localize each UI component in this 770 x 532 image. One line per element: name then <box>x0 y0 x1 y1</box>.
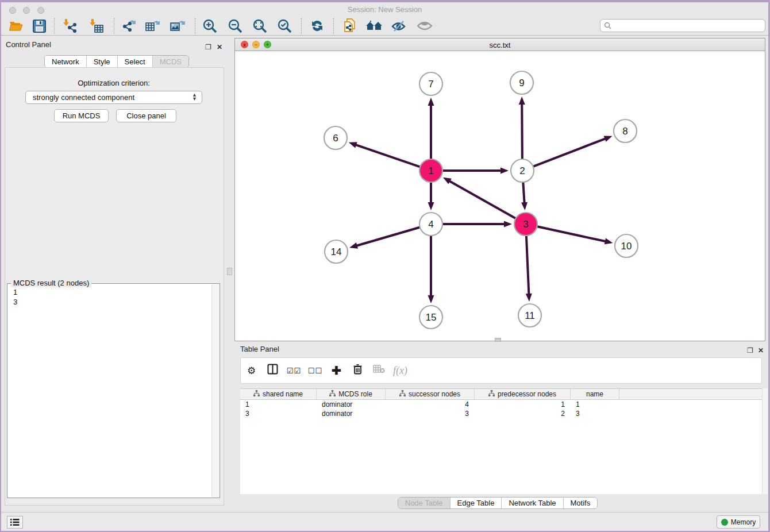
tab-select[interactable]: Select <box>118 56 153 67</box>
export-network-button[interactable] <box>118 17 139 34</box>
graph-node-label-4: 4 <box>428 219 433 230</box>
table-cell[interactable]: 3 <box>240 409 317 418</box>
import-network-button[interactable] <box>60 17 80 34</box>
table-panel-float-button[interactable]: ❐ <box>747 345 753 355</box>
table-panel-close-button[interactable]: ✕ <box>758 345 764 355</box>
gear-icon: ⚙ <box>247 365 256 376</box>
table-cell[interactable]: 2 <box>475 409 571 418</box>
delete-column-button[interactable] <box>347 364 368 377</box>
window-title: Session: New Session <box>1 5 768 14</box>
save-icon <box>32 19 47 33</box>
table-cell[interactable]: 4 <box>386 400 475 409</box>
checked-boxes-icon: ☑☑ <box>287 367 301 375</box>
control-panel-float-button[interactable]: ❐ <box>205 41 211 52</box>
graph-edge-4-14[interactable] <box>356 227 421 246</box>
table-scrollbar[interactable] <box>762 388 768 494</box>
search-input[interactable] <box>614 21 765 31</box>
column-header-shared-name[interactable]: shared name <box>240 389 317 399</box>
import-network-icon <box>63 18 78 34</box>
zoom-selected-icon <box>277 18 292 34</box>
graph-edge-3-11[interactable] <box>526 234 529 295</box>
column-header-successor-nodes[interactable]: successor nodes <box>386 389 475 399</box>
graph-edge-2-9[interactable] <box>522 103 522 160</box>
tab-mcds[interactable]: MCDS <box>153 56 188 67</box>
zoom-fit-button[interactable] <box>249 17 270 34</box>
search-field[interactable] <box>600 19 765 32</box>
mcds-result-title: MCDS result (2 nodes) <box>11 279 91 287</box>
show-columns-button[interactable] <box>262 364 283 377</box>
table-cell[interactable]: 1 <box>240 400 317 409</box>
table-cell[interactable]: dominator <box>317 409 386 418</box>
graph-arrowhead-3-10 <box>605 238 613 245</box>
tab-node-table[interactable]: Node Table <box>398 498 451 508</box>
add-column-button[interactable]: ✚ <box>326 364 347 377</box>
control-panel-close-button[interactable]: ✕ <box>217 41 222 52</box>
result-scrollbar[interactable] <box>211 284 219 497</box>
column-header-MCDS-role[interactable]: MCDS role <box>317 389 386 399</box>
zoom-selected-button[interactable] <box>274 17 295 34</box>
network-graph[interactable]: 7968124314101511 <box>235 51 765 341</box>
criterion-dropdown[interactable]: strongly connected component ▲▼ <box>25 91 202 104</box>
graph-node-label-8: 8 <box>622 126 627 137</box>
table-cell[interactable]: 1 <box>475 400 571 409</box>
select-all-button[interactable]: ☑☑ <box>283 367 305 375</box>
network-canvas[interactable]: 7968124314101511 <box>235 51 765 341</box>
column-header-predecessor-nodes[interactable]: predecessor nodes <box>475 389 571 399</box>
mcds-result-box: MCDS result (2 nodes) 13 <box>7 283 220 498</box>
function-builder-button[interactable]: f(x) <box>390 365 411 377</box>
mcds-result-item[interactable]: 3 <box>7 297 220 307</box>
panel-splitter-handle[interactable] <box>227 268 232 275</box>
graph-edge-3-1[interactable] <box>448 180 517 219</box>
zoom-out-button[interactable] <box>225 17 245 34</box>
graph-edge-1-6[interactable] <box>355 144 421 167</box>
graph-arrowhead-3-11 <box>526 294 532 302</box>
tab-network-table[interactable]: Network Table <box>502 498 563 508</box>
tab-style[interactable]: Style <box>87 56 118 67</box>
table-settings-button[interactable]: ⚙ <box>241 365 262 377</box>
table-cell[interactable]: 1 <box>571 400 619 409</box>
toolbar-separator <box>54 18 55 34</box>
tab-edge-table[interactable]: Edge Table <box>451 498 502 508</box>
table-row[interactable]: 1dominator411 <box>240 400 762 409</box>
toolbar-separator <box>114 18 114 34</box>
run-mcds-button[interactable]: Run MCDS <box>54 109 109 122</box>
open-folder-button[interactable] <box>6 17 26 34</box>
column-header-name[interactable]: name <box>571 389 619 399</box>
delete-table-button[interactable] <box>368 365 390 376</box>
memory-label: Memory <box>731 518 756 526</box>
graph-edge-3-10[interactable] <box>536 226 607 242</box>
unchecked-boxes-icon: ☐☐ <box>308 367 322 375</box>
zoom-in-button[interactable] <box>199 17 220 34</box>
deselect-all-button[interactable]: ☐☐ <box>305 367 326 375</box>
close-panel-button[interactable]: Close panel <box>116 109 176 122</box>
tab-network[interactable]: Network <box>45 56 87 67</box>
table-row[interactable]: 3dominator323 <box>240 409 762 418</box>
tab-motifs[interactable]: Motifs <box>564 498 598 508</box>
graph-edge-2-8[interactable] <box>532 138 607 167</box>
import-table-button[interactable] <box>86 17 107 34</box>
refresh-view-button[interactable] <box>307 17 328 34</box>
save-session-button[interactable] <box>29 17 49 34</box>
table-cell[interactable]: dominator <box>317 400 386 409</box>
show-all-button[interactable] <box>414 17 435 34</box>
duplicate-network-button[interactable] <box>339 17 360 34</box>
first-neighbors-button[interactable] <box>364 17 384 34</box>
first-neighbors-icon <box>365 18 383 33</box>
table-cell[interactable]: 3 <box>386 409 475 418</box>
task-history-button[interactable] <box>7 516 23 529</box>
hide-selected-button[interactable] <box>388 17 409 34</box>
graph-node-label-2: 2 <box>519 165 525 176</box>
float-icon: ❐ <box>747 346 753 354</box>
graph-edge-2-3[interactable] <box>523 181 525 204</box>
canvas-resize-handle[interactable] <box>495 338 501 342</box>
network-window-titlebar[interactable]: x − + scc.txt <box>235 38 765 51</box>
column-type-icon <box>253 390 260 398</box>
table-cell[interactable]: 3 <box>571 409 619 418</box>
export-table-button[interactable] <box>143 17 163 34</box>
graph-node-label-9: 9 <box>519 78 524 88</box>
duplicate-network-icon <box>342 18 357 34</box>
main-toolbar <box>1 16 768 36</box>
memory-button[interactable]: Memory <box>717 515 760 529</box>
export-image-button[interactable] <box>167 17 188 34</box>
mcds-result-item[interactable]: 1 <box>7 287 220 297</box>
